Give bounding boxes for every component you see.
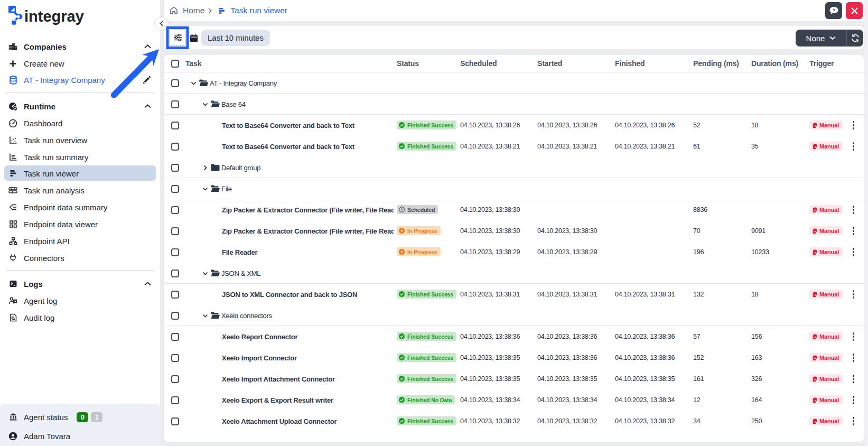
svg-text:?: ? xyxy=(832,7,835,13)
svg-text:integray: integray xyxy=(24,8,84,25)
